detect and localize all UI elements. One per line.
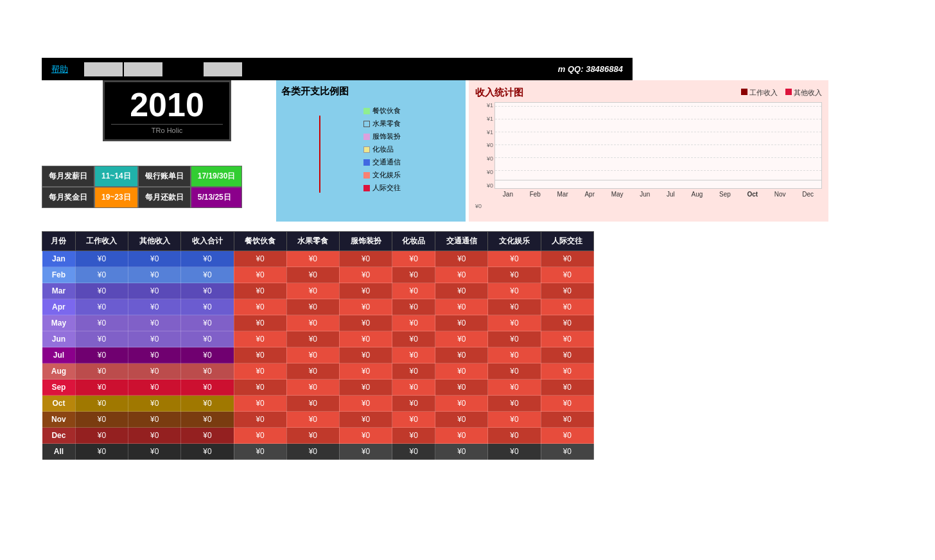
bank-value: 17/19/30日 xyxy=(191,166,243,187)
legend-cloth: 服饰装扮 xyxy=(363,132,401,141)
income-section: 收入统计图 工作收入 其他收入 ¥1 ¥1 ¥1 ¥0 ¥0 ¥0 ¥0 ¥0 … xyxy=(469,80,828,222)
bonus-label: 每月奖金日 xyxy=(42,187,94,208)
table-row: Aug¥0¥0¥0¥0¥0¥0¥0¥0¥0¥0 xyxy=(42,363,594,380)
table-row: All¥0¥0¥0¥0¥0¥0¥0¥0¥0¥0 xyxy=(42,444,594,460)
y-axis-labels: ¥1 ¥1 ¥1 ¥0 ¥0 ¥0 ¥0 xyxy=(475,102,493,189)
legend-culture: 文化娱乐 xyxy=(363,170,401,180)
data-table: 月份 工作收入 其他收入 收入合计 餐饮伙食 水果零食 服饰装扮 化妆品 交通通… xyxy=(42,231,594,460)
pie-chart-area xyxy=(281,103,358,206)
repay-value: 5/13/25日 xyxy=(191,187,243,208)
table-row: May¥0¥0¥0¥0¥0¥0¥0¥0¥0¥0 xyxy=(42,315,594,331)
income-legend: 工作收入 其他收入 xyxy=(741,88,822,98)
income-chart-area xyxy=(494,102,822,189)
table-row: Dec¥0¥0¥0¥0¥0¥0¥0¥0¥0¥0 xyxy=(42,428,594,444)
col-cloth: 服饰装扮 xyxy=(339,232,392,251)
legend-snack: 水果零食 xyxy=(363,119,401,128)
table-row: Feb¥0¥0¥0¥0¥0¥0¥0¥0¥0¥0 xyxy=(42,267,594,283)
table-row: Apr¥0¥0¥0¥0¥0¥0¥0¥0¥0¥0 xyxy=(42,299,594,315)
x-axis-labels: Jan Feb Mar Apr May Jun Jul Aug Sep Oct … xyxy=(494,191,822,198)
table-row: Nov¥0¥0¥0¥0¥0¥0¥0¥0¥0¥0 xyxy=(42,412,594,428)
table-row: Sep¥0¥0¥0¥0¥0¥0¥0¥0¥0¥0 xyxy=(42,380,594,396)
col-other: 其他收入 xyxy=(128,232,181,251)
col-food: 餐饮伙食 xyxy=(234,232,286,251)
table-row: Jun¥0¥0¥0¥0¥0¥0¥0¥0¥0¥0 xyxy=(42,331,594,347)
pie-legend: 餐饮伙食 水果零食 服饰装扮 化妆品 交通通信 文化娱乐 xyxy=(363,103,401,206)
x-axis-start: ¥0 xyxy=(475,203,482,209)
table-row: Jul¥0¥0¥0¥0¥0¥0¥0¥0¥0¥0 xyxy=(42,347,594,363)
salary-value: 11~14日 xyxy=(94,166,138,187)
col-makeup: 化妆品 xyxy=(392,232,435,251)
data-table-wrapper: 月份 工作收入 其他收入 收入合计 餐饮伙食 水果零食 服饰装扮 化妆品 交通通… xyxy=(42,231,594,460)
help-button[interactable]: 帮助 xyxy=(42,60,78,78)
col-total: 收入合计 xyxy=(181,232,234,251)
col-snack: 水果零食 xyxy=(286,232,339,251)
col-transport: 交通通信 xyxy=(435,232,488,251)
legend-food: 餐饮伙食 xyxy=(363,106,401,116)
col-culture: 文化娱乐 xyxy=(488,232,541,251)
qq-info: m QQ: 38486884 xyxy=(548,61,633,77)
pie-section: 各类开支比例图 餐饮伙食 水果零食 服饰装扮 化妆品 xyxy=(276,80,466,222)
year-display: 2010 TRo Holic xyxy=(103,80,231,141)
legend-makeup: 化妆品 xyxy=(363,144,401,154)
year-number: 2010 xyxy=(130,88,204,121)
col-social: 人际交往 xyxy=(541,232,593,251)
table-row: Mar¥0¥0¥0¥0¥0¥0¥0¥0¥0¥0 xyxy=(42,283,594,299)
legend-transport: 交通通信 xyxy=(363,157,401,167)
table-row: Oct¥0¥0¥0¥0¥0¥0¥0¥0¥0¥0 xyxy=(42,396,594,412)
bonus-value: 19~23日 xyxy=(94,187,138,208)
col-month: 月份 xyxy=(42,232,76,251)
income-title: 收入统计图 xyxy=(475,87,523,99)
salary-label: 每月发薪日 xyxy=(42,166,94,187)
info-grid: 每月发薪日 11~14日 银行账单日 17/19/30日 每月奖金日 19~23… xyxy=(42,166,242,208)
table-row: Jan¥0¥0¥0¥0¥0¥0¥0¥0¥0¥0 xyxy=(42,251,594,267)
year-subtitle: TRo Holic xyxy=(111,124,223,134)
bank-label: 银行账单日 xyxy=(138,166,191,187)
pie-title: 各类开支比例图 xyxy=(281,85,460,98)
top-bar: 帮助 m QQ: 38486884 xyxy=(42,58,633,80)
repay-label: 每月还款日 xyxy=(138,187,191,208)
legend-social: 人际交往 xyxy=(363,183,401,193)
col-work: 工作收入 xyxy=(75,232,128,251)
